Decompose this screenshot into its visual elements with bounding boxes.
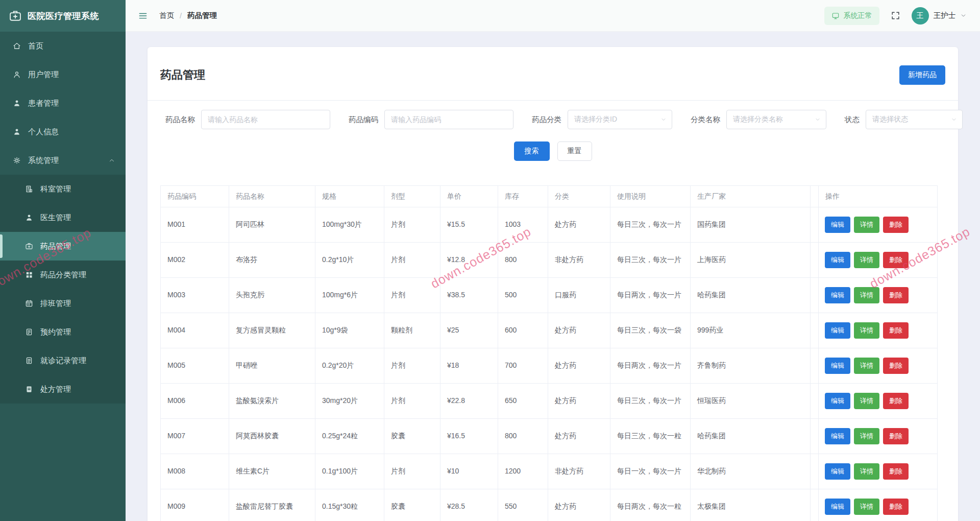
sidebar-item-label: 患者管理 (28, 99, 59, 108)
app-logo: 医院医疗管理系统 (0, 0, 126, 32)
table-cell: 片剂 (384, 207, 440, 243)
topbar: 首页 / 药品管理 系统正常 王 王护士 (126, 0, 980, 32)
table-cell: 上海医药 (691, 243, 811, 278)
table-cell: M001 (161, 207, 229, 243)
status-field: 状态请选择状态 (845, 110, 963, 129)
table-cell: 每日三次，每次一片 (610, 384, 691, 419)
system-status-text: 系统正常 (844, 11, 872, 20)
detail-button[interactable]: 详情 (854, 217, 879, 233)
reset-button[interactable]: 重置 (557, 141, 592, 161)
delete-button[interactable]: 删除 (883, 358, 909, 374)
detail-button[interactable]: 详情 (854, 322, 879, 339)
edit-button[interactable]: 编辑 (825, 463, 850, 480)
sidebar-item-doctors[interactable]: 医生管理 (0, 203, 126, 232)
column-spacer (811, 419, 819, 454)
detail-button[interactable]: 详情 (854, 499, 879, 515)
table-cell: 0.1g*100片 (315, 454, 384, 489)
edit-button[interactable]: 编辑 (825, 428, 850, 444)
hamburger-menu-icon[interactable] (138, 11, 148, 21)
status-select[interactable]: 请选择状态 (866, 110, 963, 129)
table-cell: 甲硝唑 (229, 348, 315, 384)
sidebar-item-users[interactable]: 用户管理 (0, 60, 126, 89)
detail-button[interactable]: 详情 (854, 463, 879, 480)
table-cell: 处方药 (548, 313, 610, 348)
column-header: 分类 (548, 186, 610, 207)
table-cell: ¥12.8 (440, 243, 498, 278)
sidebar-item-medicines[interactable]: 药品管理 (0, 232, 126, 260)
table-cell: 10g*9袋 (315, 313, 384, 348)
table-cell: M008 (161, 454, 229, 489)
detail-button[interactable]: 详情 (854, 428, 879, 444)
chevron-down-icon (951, 116, 957, 123)
table-row: M003头孢克肟100mg*6片片剂¥38.5500口服药每日两次，每次一片哈药… (161, 278, 938, 313)
delete-button[interactable]: 删除 (883, 217, 909, 233)
edit-button[interactable]: 编辑 (825, 287, 850, 303)
sidebar-item-visit-records[interactable]: 就诊记录管理 (0, 346, 126, 375)
sidebar-item-departments[interactable]: 科室管理 (0, 175, 126, 203)
column-header: 使用说明 (610, 186, 691, 207)
chevron-down-icon (660, 116, 667, 123)
user-menu[interactable]: 王 王护士 (912, 7, 967, 25)
medicine-name-field: 药品名称 (165, 110, 330, 129)
sidebar-item-medicine-categories[interactable]: 药品分类管理 (0, 260, 126, 289)
medicine-name-input[interactable] (201, 110, 330, 129)
column-spacer (811, 489, 819, 521)
edit-button[interactable]: 编辑 (825, 252, 850, 268)
breadcrumb-separator: / (180, 12, 182, 20)
search-button[interactable]: 搜索 (514, 141, 550, 161)
edit-button[interactable]: 编辑 (825, 217, 850, 233)
sidebar-item-appointments[interactable]: 预约管理 (0, 318, 126, 346)
fullscreen-icon[interactable] (891, 11, 900, 20)
sidebar-item-system[interactable]: 系统管理 (0, 146, 126, 175)
detail-button[interactable]: 详情 (854, 252, 879, 268)
table-cell: 每日三次，每次一片 (610, 243, 691, 278)
edit-button[interactable]: 编辑 (825, 393, 850, 409)
detail-button[interactable]: 详情 (854, 287, 879, 303)
detail-button[interactable]: 详情 (854, 393, 879, 409)
column-header: 库存 (498, 186, 548, 207)
table-cell: 胶囊 (384, 489, 440, 521)
table-cell: 每日三次，每次一粒 (610, 419, 691, 454)
add-medicine-button[interactable]: 新增药品 (899, 65, 945, 85)
avatar: 王 (912, 7, 929, 25)
breadcrumb-home[interactable]: 首页 (159, 11, 174, 20)
delete-button[interactable]: 删除 (883, 463, 909, 480)
category-id-select[interactable]: 请选择分类ID (568, 110, 672, 129)
page-title: 药品管理 (160, 67, 205, 83)
table-cell: ¥16.5 (440, 419, 498, 454)
edit-button[interactable]: 编辑 (825, 499, 850, 515)
table-cell: 哈药集团 (691, 419, 811, 454)
sidebar-item-prescriptions[interactable]: 处方管理 (0, 375, 126, 404)
table-cell: 非处方药 (548, 243, 610, 278)
doctor-icon (24, 213, 34, 222)
breadcrumb: 首页 / 药品管理 (159, 11, 217, 20)
category-name-select[interactable]: 请选择分类名称 (726, 110, 826, 129)
delete-button[interactable]: 删除 (883, 428, 909, 444)
sidebar-item-home[interactable]: 首页 (0, 32, 126, 60)
sidebar-item-profile[interactable]: 个人信息 (0, 117, 126, 146)
table-cell: 700 (498, 348, 548, 384)
sidebar-item-patients[interactable]: 患者管理 (0, 89, 126, 117)
table-cell: M003 (161, 278, 229, 313)
edit-button[interactable]: 编辑 (825, 358, 850, 374)
table-cell: 头孢克肟 (229, 278, 315, 313)
delete-button[interactable]: 删除 (883, 393, 909, 409)
table-row: M004复方感冒灵颗粒10g*9袋颗粒剂¥25600处方药每日三次，每次一袋99… (161, 313, 938, 348)
search-actions: 搜索 重置 (148, 141, 958, 161)
edit-button[interactable]: 编辑 (825, 322, 850, 339)
field-label: 药品分类 (532, 115, 561, 125)
delete-button[interactable]: 删除 (883, 499, 909, 515)
sidebar-item-schedules[interactable]: 排班管理 (0, 289, 126, 318)
delete-button[interactable]: 删除 (883, 252, 909, 268)
table-cell: 国药集团 (691, 207, 811, 243)
medicine-code-input[interactable] (384, 110, 513, 129)
detail-button[interactable]: 详情 (854, 358, 879, 374)
delete-button[interactable]: 删除 (883, 322, 909, 339)
table-cell: 600 (498, 313, 548, 348)
delete-button[interactable]: 删除 (883, 287, 909, 303)
medicine-table: 药品编码药品名称规格剂型单价库存分类使用说明生产厂家操作M001阿司匹林100m… (160, 185, 938, 521)
record-icon (24, 356, 34, 365)
table-cell: 650 (498, 384, 548, 419)
column-spacer (811, 348, 819, 384)
table-cell: 片剂 (384, 278, 440, 313)
